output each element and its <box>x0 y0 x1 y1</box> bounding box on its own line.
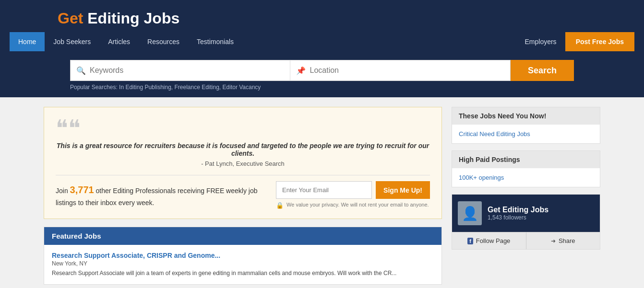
location-pin-icon: 📌 <box>296 66 306 75</box>
nav-item-home[interactable]: Home <box>10 32 45 51</box>
person-icon: 👤 <box>462 206 478 221</box>
fb-page-name: Get Editing Jobs <box>488 206 549 214</box>
keywords-input[interactable] <box>90 60 284 81</box>
featured-jobs-header: Featured Jobs <box>44 227 441 245</box>
fb-share-button[interactable]: ➜ Share <box>526 232 600 249</box>
nav-item-job-seekers[interactable]: Job Seekers <box>45 32 99 51</box>
testimonial-author: - Pat Lynch, Executive Search <box>56 160 430 167</box>
fb-followers: 1,543 followers <box>488 214 549 221</box>
fb-f-icon: f <box>467 238 473 244</box>
search-bar: 🔍 📌 Search <box>70 60 574 81</box>
fb-actions: f Follow Page ➜ Share <box>452 232 600 249</box>
post-free-jobs-button[interactable]: Post Free Jobs <box>565 32 634 51</box>
sidebar: These Jobs Need You Now! Critical Need E… <box>452 107 600 285</box>
privacy-text: We value your privacy. We will not rent … <box>286 202 429 207</box>
urgent-jobs-box: These Jobs Need You Now! Critical Need E… <box>452 107 600 144</box>
fb-page-info: Get Editing Jobs 1,543 followers <box>488 206 549 221</box>
signup-button[interactable]: Sign Me Up! <box>376 181 430 199</box>
popular-terms: In Editing Publishing, Freelance Editing… <box>119 84 261 91</box>
signup-text: Join 3,771 other Editing Professionals r… <box>56 182 268 208</box>
paid-postings-link[interactable]: 100K+ openings <box>459 173 593 182</box>
keywords-wrap: 🔍 <box>70 60 290 81</box>
fb-share-label: Share <box>559 237 575 244</box>
paid-postings-header: High Paid Postings <box>452 151 600 168</box>
facebook-box: 👤 Get Editing Jobs 1,543 followers f Fol… <box>452 194 600 250</box>
search-icon: 🔍 <box>76 66 86 75</box>
nav-employers[interactable]: Employers <box>516 32 565 51</box>
fb-profile-row: 👤 Get Editing Jobs 1,543 followers <box>452 195 600 232</box>
job-desc: Research Support Associate will join a t… <box>52 269 434 277</box>
main-column: ❝❝ This is a great resource for recruite… <box>44 107 442 285</box>
site-header: Get Editing Jobs Home Job Seekers Articl… <box>0 0 644 51</box>
fb-follow-button[interactable]: f Follow Page <box>452 232 526 249</box>
signup-form-row: Sign Me Up! <box>276 181 430 199</box>
table-row: Research Support Associate, CRISPR and G… <box>52 252 434 277</box>
email-input[interactable] <box>276 181 372 199</box>
job-location: New York, NY <box>52 260 434 267</box>
testimonial-text: This is a great resource for recruiters … <box>56 142 430 157</box>
signup-row: Join 3,771 other Editing Professionals r… <box>56 181 430 209</box>
job-title-link[interactable]: Research Support Associate, CRISPR and G… <box>52 252 434 259</box>
lock-icon: 🔒 <box>276 202 284 209</box>
signup-join: Join <box>56 187 68 195</box>
nav-item-testimonials[interactable]: Testimonials <box>188 32 242 51</box>
divider <box>56 175 430 175</box>
urgent-jobs-header: These Jobs Need You Now! <box>452 107 600 125</box>
signup-count: 3,771 <box>70 184 94 195</box>
main-content: ❝❝ This is a great resource for recruite… <box>34 107 610 285</box>
nav-item-articles[interactable]: Articles <box>99 32 139 51</box>
quote-mark: ❝❝ <box>56 117 430 140</box>
site-title: Get Editing Jobs <box>10 6 634 32</box>
fb-follow-label: Follow Page <box>476 237 511 244</box>
main-nav: Home Job Seekers Articles Resources Test… <box>10 32 634 51</box>
share-arrow-icon: ➜ <box>551 238 556 244</box>
popular-searches: Popular Searches: In Editing Publishing,… <box>70 84 574 91</box>
nav-item-resources[interactable]: Resources <box>139 32 188 51</box>
avatar: 👤 <box>458 201 482 225</box>
search-button[interactable]: Search <box>511 60 574 81</box>
testimonial-box: ❝❝ This is a great resource for recruite… <box>44 107 442 219</box>
popular-label: Popular Searches: <box>70 84 118 91</box>
location-wrap: 📌 <box>290 60 510 81</box>
title-get: Get <box>58 10 83 27</box>
location-input[interactable] <box>310 60 504 81</box>
privacy-note: 🔒 We value your privacy. We will not ren… <box>276 202 430 209</box>
title-rest: Editing Jobs <box>83 10 179 27</box>
urgent-jobs-content: Critical Need Editing Jobs <box>452 125 600 143</box>
nav-left: Home Job Seekers Articles Resources Test… <box>10 32 516 51</box>
search-section: 🔍 📌 Search Popular Searches: In Editing … <box>0 51 644 97</box>
paid-postings-content: 100K+ openings <box>452 168 600 187</box>
paid-postings-box: High Paid Postings 100K+ openings <box>452 150 600 187</box>
signup-form: Sign Me Up! 🔒 We value your privacy. We … <box>276 181 430 209</box>
featured-jobs-box: Featured Jobs Research Support Associate… <box>44 227 442 285</box>
featured-jobs-content: Research Support Associate, CRISPR and G… <box>44 245 441 284</box>
nav-right: Employers Post Free Jobs <box>516 32 634 51</box>
critical-need-link[interactable]: Critical Need Editing Jobs <box>459 129 593 138</box>
